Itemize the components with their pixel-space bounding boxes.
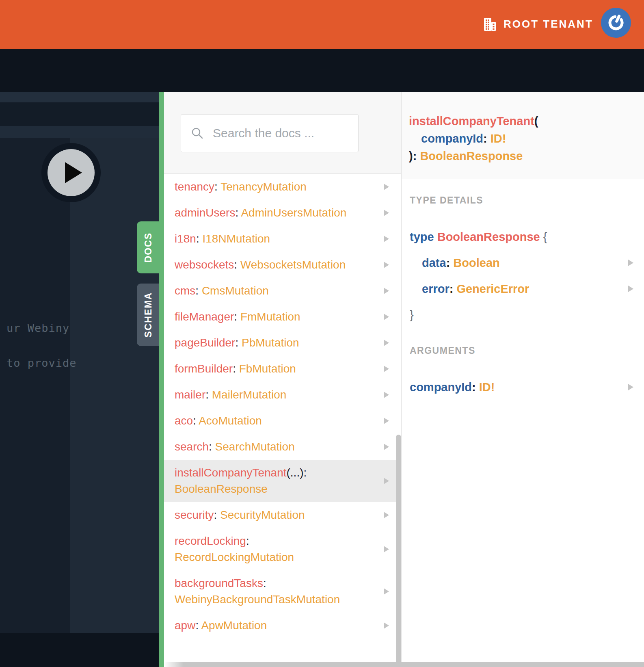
field-type-link[interactable]: CmsMutation — [202, 284, 269, 297]
toolbar-band — [0, 92, 159, 102]
field-type-link[interactable]: AcoMutation — [199, 414, 262, 427]
docs-item-fileManager[interactable]: fileManager: FmMutation — [164, 304, 401, 330]
graphql-playground-window: ROOT TENANT adless CMS - Preview API + — [0, 0, 644, 667]
field-name: fileManager — [175, 310, 234, 323]
field-type-link[interactable]: MailerMutation — [212, 388, 287, 401]
query-editor[interactable]: ur Webiny to provide — [0, 138, 70, 633]
signature-arg-type[interactable]: ID! — [491, 132, 506, 145]
docs-item-apw[interactable]: apw: ApwMutation — [164, 613, 401, 639]
field-punctuation: : — [233, 362, 236, 375]
expand-arrow-icon — [384, 236, 389, 242]
field-type-link[interactable]: FmMutation — [240, 310, 300, 323]
field-punctuation: : — [235, 336, 238, 349]
expand-arrow-icon — [384, 210, 389, 216]
field-name: mailer — [175, 388, 205, 401]
field-name: adminUsers — [175, 206, 235, 219]
expand-arrow-icon — [384, 314, 389, 320]
tab-schema[interactable]: SCHEMA — [137, 284, 160, 346]
field-name: apw — [175, 619, 195, 632]
signature-return-type[interactable]: BooleanResponse — [420, 149, 523, 162]
field-type-link[interactable]: ApwMutation — [201, 619, 267, 632]
docs-vertical-scrollbar[interactable] — [396, 435, 401, 662]
field-punctuation: : — [263, 577, 266, 589]
expand-arrow-icon — [384, 588, 389, 595]
argument-companyid[interactable]: companyId: ID! — [410, 374, 644, 400]
docs-item-pageBuilder[interactable]: pageBuilder: PbMutation — [164, 330, 401, 356]
field-name: formBuilder — [175, 362, 233, 375]
field-type-link[interactable]: AdminUsersMutation — [241, 206, 346, 219]
type-name-link[interactable]: BooleanResponse — [437, 230, 540, 243]
search-icon — [191, 127, 204, 140]
field-type-link[interactable]: WebsocketsMutation — [240, 258, 346, 271]
docs-item-adminUsers[interactable]: adminUsers: AdminUsersMutation — [164, 200, 401, 226]
webiny-logo[interactable] — [601, 8, 631, 38]
docs-item-websockets[interactable]: websockets: WebsocketsMutation — [164, 252, 401, 278]
docs-panel-accent-bar — [159, 92, 164, 667]
field-type-link[interactable]: WebinyBackgroundTaskMutation — [175, 593, 340, 606]
expand-arrow-icon — [384, 184, 389, 190]
field-type-link[interactable]: TenancyMutation — [220, 180, 307, 193]
docs-item-security[interactable]: security: SecurityMutation — [164, 502, 401, 528]
docs-item-i18n[interactable]: i18n: I18NMutation — [164, 226, 401, 252]
expand-arrow-icon — [384, 512, 389, 518]
horizontal-scrollbar[interactable] — [164, 662, 644, 667]
expand-arrow-icon — [628, 286, 633, 292]
field-type-link[interactable]: BooleanResponse — [175, 483, 268, 495]
field-name: recordLocking — [175, 535, 246, 547]
field-type-link[interactable]: SearchMutation — [215, 440, 295, 453]
expand-arrow-icon — [384, 444, 389, 450]
code-line: ur Webiny — [6, 322, 69, 334]
code-line: to provide — [6, 357, 77, 369]
expand-arrow-icon — [384, 262, 389, 268]
type-declaration: type BooleanResponse { — [410, 224, 644, 250]
top-bar: ROOT TENANT — [0, 0, 644, 49]
tab-docs[interactable]: DOCS — [137, 221, 160, 273]
play-icon — [48, 149, 95, 196]
docs-item-tenancy[interactable]: tenancy: TenancyMutation — [164, 174, 401, 200]
field-name: installCompanyTenant — [175, 466, 287, 479]
signature-arg-name: companyId — [421, 132, 483, 145]
field-punctuation: : — [195, 619, 199, 632]
tab-schema-label: SCHEMA — [143, 292, 154, 338]
field-name: tenancy — [175, 180, 214, 193]
field-punctuation: : — [235, 206, 238, 219]
docs-item-mailer[interactable]: mailer: MailerMutation — [164, 382, 401, 408]
docs-item-formBuilder[interactable]: formBuilder: FbMutation — [164, 356, 401, 382]
field-punctuation: : — [246, 535, 249, 547]
docs-item-search[interactable]: search: SearchMutation — [164, 434, 401, 460]
arguments-heading: ARGUMENTS — [410, 345, 644, 357]
field-type-link[interactable]: RecordLockingMutation — [175, 551, 294, 563]
field-name: search — [175, 440, 209, 453]
docs-item-cms[interactable]: cms: CmsMutation — [164, 278, 401, 304]
docs-search-input[interactable] — [212, 126, 346, 141]
docs-item-recordLocking[interactable]: recordLocking:RecordLockingMutation — [164, 528, 401, 570]
type-close-brace: } — [410, 302, 644, 328]
field-type-link[interactable]: FbMutation — [239, 362, 296, 375]
type-field-error[interactable]: error: GenericError — [410, 276, 644, 302]
field-name: pageBuilder — [175, 336, 235, 349]
field-punctuation: : — [209, 440, 212, 453]
execute-query-button[interactable] — [41, 143, 101, 202]
field-type-link[interactable]: I18NMutation — [203, 232, 270, 245]
expand-arrow-icon — [384, 366, 389, 372]
field-name: cms — [175, 284, 195, 297]
field-punctuation: : — [214, 509, 217, 521]
field-punctuation: : — [195, 284, 199, 297]
type-field-data[interactable]: data: Boolean — [410, 250, 644, 276]
field-type-link[interactable]: PbMutation — [242, 336, 299, 349]
expand-arrow-icon — [384, 418, 389, 424]
field-punctuation: : — [214, 180, 218, 193]
docs-item-backgroundTasks[interactable]: backgroundTasks:WebinyBackgroundTaskMuta… — [164, 570, 401, 613]
power-icon — [606, 13, 626, 32]
docs-search-box[interactable] — [181, 114, 359, 152]
toolbar-band-light — [0, 126, 159, 138]
docs-item-installCompanyTenant[interactable]: installCompanyTenant(...):BooleanRespons… — [164, 460, 401, 502]
field-name: security — [175, 509, 214, 521]
field-punctuation: : — [234, 258, 237, 271]
tenant-switcher[interactable]: ROOT TENANT — [504, 18, 593, 30]
docs-item-aco[interactable]: aco: AcoMutation — [164, 408, 401, 434]
field-punctuation: : — [205, 388, 209, 401]
field-type-link[interactable]: SecurityMutation — [220, 509, 305, 521]
expand-arrow-icon — [384, 622, 389, 629]
field-punctuation: : — [196, 232, 199, 245]
